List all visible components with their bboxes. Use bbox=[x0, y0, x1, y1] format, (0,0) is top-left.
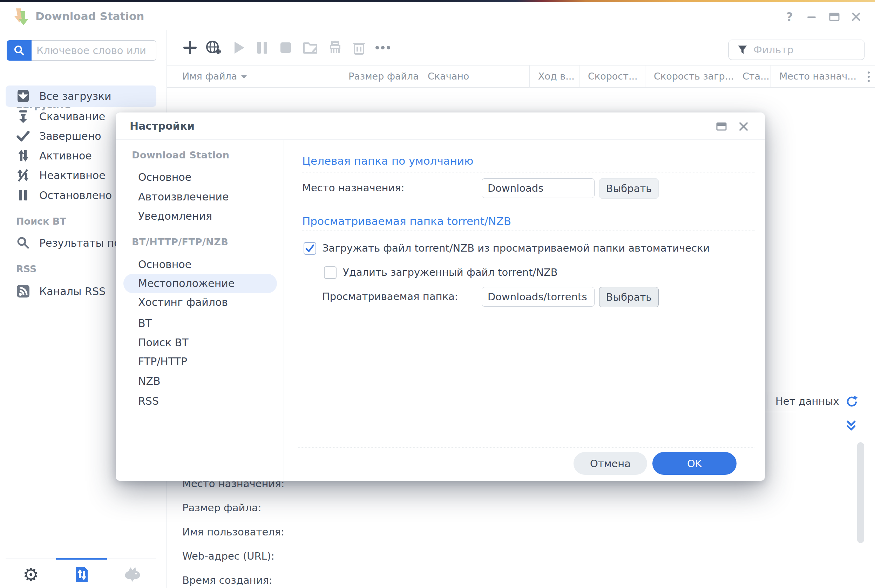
nav-group-bt-http-ftp-nzb: BT/HTTP/FTP/NZB bbox=[132, 237, 272, 249]
detail-label-url: Web-адрес (URL): bbox=[182, 550, 393, 564]
resume-button[interactable] bbox=[230, 35, 248, 60]
app-title: Download Station bbox=[35, 2, 144, 30]
delete-loaded-checkbox[interactable] bbox=[324, 266, 336, 279]
divider bbox=[302, 231, 755, 231]
nav-item-file-hosting[interactable]: Хостинг файлов bbox=[116, 292, 284, 312]
dialog-maximize-button[interactable] bbox=[714, 119, 729, 134]
pause-icon bbox=[15, 188, 31, 203]
filter-input[interactable] bbox=[753, 44, 858, 56]
watched-browse-button[interactable]: Выбрать bbox=[599, 287, 659, 308]
table-header: Имя файла Размер файла Скачано Ход в... … bbox=[167, 65, 875, 88]
no-data-label: Нет данных bbox=[776, 391, 839, 412]
ok-button[interactable]: OK bbox=[652, 452, 737, 475]
active-tab-indicator bbox=[56, 558, 107, 560]
sidebar-search-button[interactable] bbox=[7, 40, 32, 61]
maximize-button[interactable] bbox=[827, 9, 842, 24]
sort-caret-icon bbox=[241, 75, 247, 78]
dialog-header: Настройки bbox=[116, 112, 765, 140]
destination-input[interactable] bbox=[482, 178, 594, 198]
column-header-filename[interactable]: Имя файла bbox=[167, 66, 340, 88]
nav-item-location[interactable]: Местоположение bbox=[116, 274, 284, 293]
column-header-filesize[interactable]: Размер файла bbox=[340, 66, 419, 88]
emule-tab-button[interactable] bbox=[122, 564, 143, 585]
cancel-button[interactable]: Отмена bbox=[573, 452, 647, 475]
clear-completed-button[interactable] bbox=[326, 35, 344, 60]
minimize-button[interactable] bbox=[804, 9, 819, 24]
nav-item-auto-extract[interactable]: Автоизвлечение bbox=[116, 187, 284, 207]
collapse-panel-button[interactable] bbox=[843, 417, 860, 434]
add-url-button[interactable] bbox=[205, 35, 223, 60]
nav-item-bt-general[interactable]: Основное bbox=[116, 255, 284, 274]
sidebar-item-all-downloads[interactable]: Все загрузки bbox=[0, 86, 167, 106]
filter-box[interactable] bbox=[728, 40, 864, 60]
close-button[interactable] bbox=[848, 9, 864, 24]
detail-label-filesize: Размер файла: bbox=[182, 502, 393, 516]
destination-browse-button[interactable]: Выбрать bbox=[599, 178, 659, 199]
folder-edit-icon bbox=[303, 40, 320, 55]
dialog-content: Целевая папка по умолчанию Место назначе… bbox=[284, 140, 765, 481]
nav-item-ftp-http[interactable]: FTP/HTTP bbox=[116, 352, 284, 372]
rss-icon bbox=[15, 284, 31, 299]
divider bbox=[767, 394, 767, 409]
sidebar-search-input[interactable] bbox=[32, 40, 156, 61]
refresh-icon bbox=[845, 395, 858, 408]
nav-item-general[interactable]: Основное bbox=[116, 168, 284, 187]
checkmark-icon bbox=[304, 243, 315, 254]
titlebar: Download Station ? bbox=[0, 2, 875, 30]
transfer-tab-button[interactable] bbox=[71, 564, 92, 585]
refresh-button[interactable] bbox=[844, 394, 860, 409]
nav-item-nzb[interactable]: NZB bbox=[116, 372, 284, 391]
section-title-default-folder: Целевая папка по умолчанию bbox=[302, 154, 473, 168]
delete-button[interactable] bbox=[350, 35, 368, 60]
auto-add-checkbox[interactable] bbox=[303, 242, 316, 255]
pause-button[interactable] bbox=[253, 35, 271, 60]
edit-destination-button[interactable] bbox=[302, 35, 320, 60]
watched-folder-label: Просматриваемая папка: bbox=[322, 291, 458, 304]
nav-item-rss[interactable]: RSS bbox=[116, 392, 284, 411]
check-icon bbox=[15, 128, 31, 144]
downloading-icon bbox=[15, 109, 31, 124]
download-station-window: Download Station ? Загрузить Все загрузк… bbox=[0, 0, 875, 588]
column-header-downloaded[interactable]: Скачано bbox=[419, 66, 529, 88]
search-icon bbox=[13, 44, 26, 57]
footer-divider bbox=[298, 447, 754, 447]
watched-folder-input[interactable] bbox=[482, 287, 594, 307]
search-results-icon bbox=[15, 235, 31, 250]
dialog-title: Настройки bbox=[130, 112, 195, 140]
stop-icon bbox=[279, 41, 293, 54]
column-header-speed[interactable]: Скорост... bbox=[579, 66, 645, 88]
trash-icon bbox=[351, 40, 366, 56]
detail-label-created-time: Время создания: bbox=[182, 574, 393, 588]
gear-icon: ⚙ bbox=[23, 564, 39, 585]
divider bbox=[302, 172, 755, 172]
transfer-icon bbox=[73, 566, 90, 584]
inactive-arrows-icon bbox=[15, 168, 31, 183]
column-menu-button[interactable] bbox=[861, 66, 875, 88]
auto-add-label: Загружать файл torrent/NZB из просматрив… bbox=[322, 242, 710, 256]
more-actions-button[interactable] bbox=[374, 35, 392, 60]
emule-donkey-icon bbox=[123, 567, 142, 583]
maximize-icon bbox=[716, 121, 727, 132]
destination-label: Место назначения: bbox=[302, 182, 405, 196]
globe-plus-icon bbox=[205, 40, 223, 56]
column-header-download-speed[interactable]: Скорость загр... bbox=[645, 66, 734, 88]
dialog-close-button[interactable] bbox=[736, 119, 751, 134]
settings-tab-button[interactable]: ⚙ bbox=[20, 564, 41, 585]
nav-item-bt-search[interactable]: Поиск BT bbox=[116, 333, 284, 352]
column-header-destination[interactable]: Место назнач... bbox=[770, 66, 861, 88]
add-task-button[interactable] bbox=[181, 35, 199, 60]
broom-icon bbox=[327, 40, 343, 56]
help-button[interactable]: ? bbox=[782, 9, 797, 24]
stop-button[interactable] bbox=[276, 35, 295, 60]
detail-label-username: Имя пользователя: bbox=[182, 526, 393, 540]
settings-dialog: Настройки Download Station Основное Авто… bbox=[116, 112, 765, 481]
ellipsis-icon bbox=[375, 45, 391, 50]
nav-item-notifications[interactable]: Уведомления bbox=[116, 206, 284, 226]
nav-item-bt[interactable]: BT bbox=[116, 314, 284, 333]
download-station-logo-icon bbox=[11, 7, 31, 26]
details-scrollbar-thumb[interactable] bbox=[857, 442, 864, 543]
divider bbox=[839, 394, 839, 409]
column-header-progress[interactable]: Ход в... bbox=[529, 66, 579, 88]
column-header-status[interactable]: Ста... bbox=[734, 66, 770, 88]
up-down-arrows-icon bbox=[15, 148, 31, 163]
